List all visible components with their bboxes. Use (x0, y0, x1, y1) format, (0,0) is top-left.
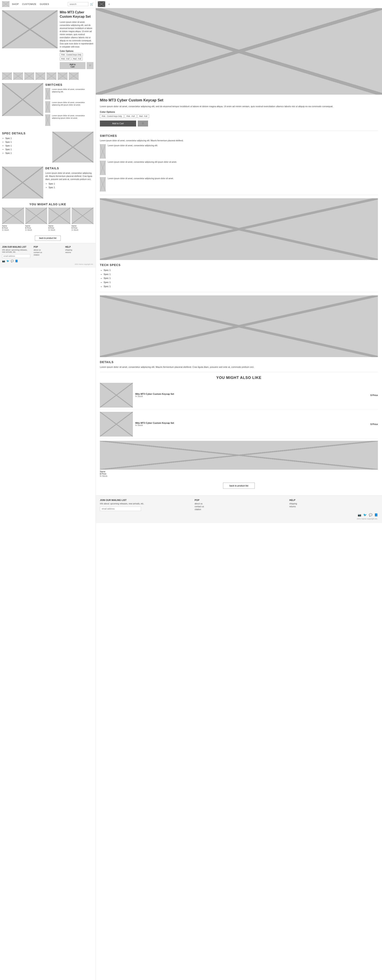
detail-twitter-icon[interactable]: 🐦 (363, 513, 367, 517)
details-list: Spec 1 Spec 1 (45, 182, 93, 189)
detail-footer-copyright: 2021 Name copyright etc. (100, 518, 378, 520)
color-tag-1[interactable]: Pink - Full (60, 57, 71, 60)
footer-pop-contact[interactable]: contact us (34, 251, 62, 253)
detail-footer-mailing-desc: Info about: upcoming releases, new arriv… (100, 503, 189, 505)
detail-ymla-info-0: Mito MT3 Cyber Custom Keycap Set In Stoc… (135, 393, 368, 398)
detail-back-arrow[interactable]: ‹ (107, 2, 111, 6)
main-nav: SHOP CUSTOMIZE GUIDES 🛒 (0, 0, 96, 8)
ymla-heading: YOU MIGHT ALSO LIKE (2, 203, 93, 206)
search-input[interactable] (68, 2, 88, 6)
ymla-price-0: $ Price (2, 227, 24, 229)
detail-add-row: Add to Cart ♡ (100, 121, 378, 127)
back-to-product-list-button[interactable]: back to product list (35, 235, 61, 241)
thumbnail-0[interactable] (2, 72, 12, 80)
twitter-icon[interactable]: 🐦 (6, 259, 10, 262)
facebook-icon[interactable]: 📘 (15, 259, 18, 262)
detail-footer-pop-col: POP about us contact us citation (195, 499, 283, 511)
product-main-image (2, 10, 58, 48)
footer-mailing-desc: Info about: upcoming releases, new arriv… (2, 249, 30, 253)
discord-icon[interactable]: 💬 (11, 259, 14, 262)
ymla-price-3: $ Price (72, 227, 94, 229)
color-options-label: Color Options (60, 50, 93, 52)
thumbnail-6[interactable] (69, 72, 79, 80)
details-image (2, 167, 43, 199)
thumbnail-4[interactable] (46, 72, 56, 80)
detail-switch-text-2: Lorem ipsum dolor sit amet, consectetur … (108, 177, 174, 180)
wishlist-button[interactable]: ♡ (87, 62, 93, 69)
ymla-price-2: $ Price (48, 227, 70, 229)
nav-guides[interactable]: GUIDES (40, 3, 49, 5)
footer-help-shipping[interactable]: shipping (65, 249, 93, 251)
ymla-name-0: Name (2, 225, 24, 227)
detail-tech-image (100, 198, 378, 260)
color-tag-2[interactable]: Red - Full (72, 57, 83, 60)
footer-pop-col: POP about us contact us citation (34, 246, 62, 258)
spec-details-image (52, 132, 93, 162)
ymla-item-3[interactable]: Name $ Price In Stock (72, 208, 94, 231)
detail-logo (98, 1, 105, 7)
thumbnail-2[interactable] (24, 72, 34, 80)
detail-details-text: Lorem ipsum dolor sit amet, consectetur … (100, 365, 378, 369)
footer-help-returns[interactable]: returns (65, 251, 93, 253)
switches-image (2, 83, 43, 116)
main-logo (2, 1, 10, 7)
footer-pop-citation[interactable]: citation (34, 254, 62, 256)
detail-footer-pop-heading: POP (195, 499, 283, 501)
detail-footer-email-input[interactable] (100, 507, 141, 511)
thumbnail-1[interactable] (13, 72, 23, 80)
detail-footer-help-heading: HELP (289, 499, 378, 501)
nav-shop[interactable]: SHOP (12, 3, 19, 5)
detail-spec-3: Spec 1 (104, 280, 378, 285)
detail-ymla-item-0[interactable]: Mito MT3 Cyber Custom Keycap Set In Stoc… (100, 383, 378, 410)
cart-icon[interactable]: 🛒 (90, 2, 93, 6)
ymla-name-1: Name (26, 225, 47, 227)
switch-item-1: Lorem ipsum dolor sit amet, consectetur … (45, 101, 93, 113)
spec-item-3: Spec 1 (5, 148, 50, 151)
detail-instagram-icon[interactable]: 📷 (358, 513, 361, 517)
ymla-name-2: Name (48, 225, 70, 227)
detail-footer-pop-citation[interactable]: citation (195, 508, 283, 511)
detail-details-heading: DETAILS (100, 360, 378, 364)
detail-switch-text-0: Lorem ipsum dolor sit amet, consectetur … (108, 144, 158, 147)
detail-ymla-3name-0: Name (100, 471, 378, 473)
divider-3 (100, 292, 378, 292)
ymla-item-1[interactable]: Name $ Price In Stock (26, 208, 47, 231)
add-to-cart-button[interactable]: Add to Cart (60, 62, 85, 69)
detail-footer-pop-about[interactable]: about us (195, 503, 283, 505)
ymla-stock-2: In Stock (48, 229, 70, 231)
ymla-stock-0: In Stock (2, 229, 24, 231)
detail-discord-icon[interactable]: 💬 (369, 513, 372, 517)
nav-customize[interactable]: CUSTOMIZE (22, 3, 37, 5)
detail-footer-pop-contact[interactable]: contact us (195, 506, 283, 508)
thumbnail-5[interactable] (58, 72, 67, 80)
color-tag-0[interactable]: Pink - Control Keys Only (60, 53, 83, 56)
detail-color-tag-0[interactable]: Pink - Control Keys Only (100, 115, 124, 118)
footer-email-input[interactable] (2, 254, 30, 258)
detail-ymla-3item-0[interactable]: Name $ Price In Stock (100, 441, 378, 477)
details-section: DETAILS Lorem ipsum dolor sit amet, cons… (0, 165, 96, 200)
switches-info: SWITCHES Lorem ipsum dolor sit amet, con… (45, 83, 93, 127)
main-footer: JOIN OUR MAILING LIST Info about: upcomi… (0, 243, 96, 267)
detail-facebook-icon[interactable]: 📘 (374, 513, 378, 517)
detail-footer-help-shipping[interactable]: shipping (289, 503, 378, 505)
detail-switch-item-0: Lorem ipsum dolor sit amet, consectetur … (100, 144, 378, 159)
switch-text-0: Lorem ipsum dolor sit amet, consectetur … (52, 88, 93, 93)
switches-heading: SWITCHES (45, 83, 93, 86)
instagram-icon[interactable]: 📷 (2, 259, 5, 262)
footer-pop-about[interactable]: about us (34, 249, 62, 251)
detail-color-tag-1[interactable]: Pink - Full (125, 115, 136, 118)
thumbnail-3[interactable] (35, 72, 45, 80)
detail-add-to-cart-button[interactable]: Add to Cart (100, 121, 136, 127)
detail-color-tag-2[interactable]: Red - Full (137, 115, 149, 118)
footer-social: 📷 🐦 💬 📘 (2, 259, 93, 262)
product-title: Mito MT3 Cyber Custom Keycap Set (60, 10, 93, 19)
detail-ymla-item-1[interactable]: Mito MT3 Cyber Custom Keycap Set In Stoc… (100, 412, 378, 439)
ymla-item-0[interactable]: Name $ Price In Stock (2, 208, 24, 231)
spec-details-section: SPEC DETAILS Spec 1 Spec 1 Spec 1 Spec 1… (0, 130, 96, 165)
detail-footer-help-returns[interactable]: returns (289, 506, 378, 508)
detail-wishlist-button[interactable]: ♡ (138, 121, 148, 127)
spec-item-0: Spec 1 (5, 137, 50, 140)
detail-ymla-stock-0: In Stock (135, 395, 368, 398)
ymla-item-2[interactable]: Name $ Price In Stock (48, 208, 70, 231)
detail-back-to-product-list-button[interactable]: back to product list (223, 483, 255, 489)
